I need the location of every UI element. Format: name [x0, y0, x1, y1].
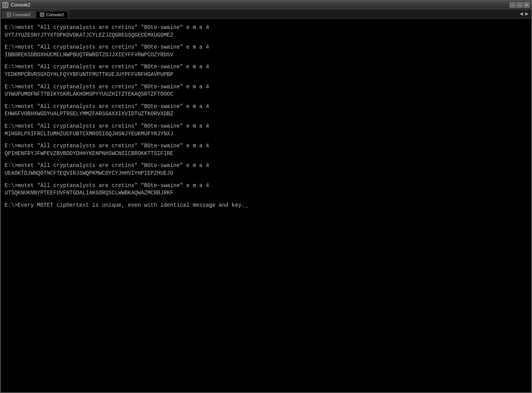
- title-bar-left: C Console2: [2, 2, 30, 8]
- line-5: IBBOREKSDBOXHUCMCLNWPBUQTRWRDTZOJJXIEYFF…: [5, 51, 527, 59]
- line-12: [5, 98, 527, 101]
- arrow-right[interactable]: ▶: [524, 10, 530, 17]
- line-21: [5, 157, 527, 160]
- line-11: UYWUPUMOFNFTTBIKYSKRLAKHOMSPYYUUZHITZTEK…: [5, 91, 527, 98]
- line-24: [5, 177, 527, 180]
- tab-icon-2: [40, 12, 44, 17]
- line-23: UEAOKTDJWNQOTNCFTEQVIRJSWQPKMWCOYCYJHHVI…: [5, 170, 527, 177]
- line-26: UTSQKNUKNNYPTEEFUVFNTGDALIAKGORQSCLWWBKA…: [5, 189, 527, 197]
- tab-label-2: Console2: [46, 12, 64, 17]
- line-2: UYTJYUZESNYJTYXTOPKOVOKATJCYLEZJZQGREGSQ…: [5, 32, 527, 39]
- svg-text:C: C: [5, 3, 7, 7]
- terminal[interactable]: E:\>motet "All cryptanalysts are cretins…: [1, 19, 531, 392]
- line-20: QPIHENFRYJFWPEVZBVBDDYDHHYKENPNHSWCNSICB…: [5, 150, 527, 158]
- svg-rect-2: [7, 13, 10, 16]
- line-6: [5, 59, 527, 61]
- window: C Console2 − □ ✕ Console2: [0, 0, 532, 393]
- nav-arrows: ◀ ▶: [518, 10, 530, 18]
- line-7: E:\>motet "All cryptanalysts are cretins…: [5, 63, 527, 71]
- app-icon: C: [2, 2, 8, 8]
- line-16: E:\>motet "All cryptanalysts are cretins…: [5, 123, 527, 130]
- svg-rect-3: [41, 13, 44, 16]
- title-bar-controls: − □ ✕: [510, 2, 530, 8]
- line-10: E:\>motet "All cryptanalysts are cretins…: [5, 83, 527, 91]
- arrow-left[interactable]: ◀: [518, 10, 524, 17]
- line-8: YEDKMPCBVRSGXOYHLFQYYBFUNTFMUTTKUEJUYPFF…: [5, 71, 527, 79]
- line-19: E:\>motet "All cryptanalysts are cretins…: [5, 142, 527, 150]
- window-title: Console2: [11, 2, 30, 8]
- tab-console2-1[interactable]: Console2: [2, 11, 35, 18]
- tabs-bar: Console2 Console2 ◀ ▶: [1, 9, 531, 19]
- line-15: [5, 118, 527, 120]
- line-13: E:\>motet "All cryptanalysts are cretins…: [5, 103, 527, 111]
- maximize-button[interactable]: □: [517, 2, 523, 8]
- minimize-button[interactable]: −: [510, 2, 516, 8]
- line-4: E:\>motet "All cryptanalysts are cretins…: [5, 44, 527, 51]
- line-22: E:\>motet "All cryptanalysts are cretins…: [5, 162, 527, 170]
- tab-console2-2[interactable]: Console2: [36, 11, 68, 18]
- line-1: E:\>motet "All cryptanalysts are cretins…: [5, 24, 527, 32]
- tab-icon-1: [7, 12, 11, 17]
- line-27: [5, 197, 527, 199]
- title-bar: C Console2 − □ ✕: [1, 1, 531, 9]
- line-14: EHWGFVOBHXWGDYUALPTRSELYMMZFARSGAXXIXVID…: [5, 110, 527, 118]
- line-18: [5, 138, 527, 140]
- line-25: E:\>motet "All cryptanalysts are cretins…: [5, 182, 527, 190]
- line-28: E:\>Every MOTET ciphertext is unique, ev…: [5, 202, 527, 209]
- close-button[interactable]: ✕: [524, 2, 530, 8]
- tab-label-1: Console2: [13, 12, 30, 17]
- line-3: [5, 39, 527, 41]
- line-9: [5, 79, 527, 81]
- line-17: MIHGRLPXIFRCLIUMHZUCFUBTCXMROSIGQJHSNJYE…: [5, 130, 527, 138]
